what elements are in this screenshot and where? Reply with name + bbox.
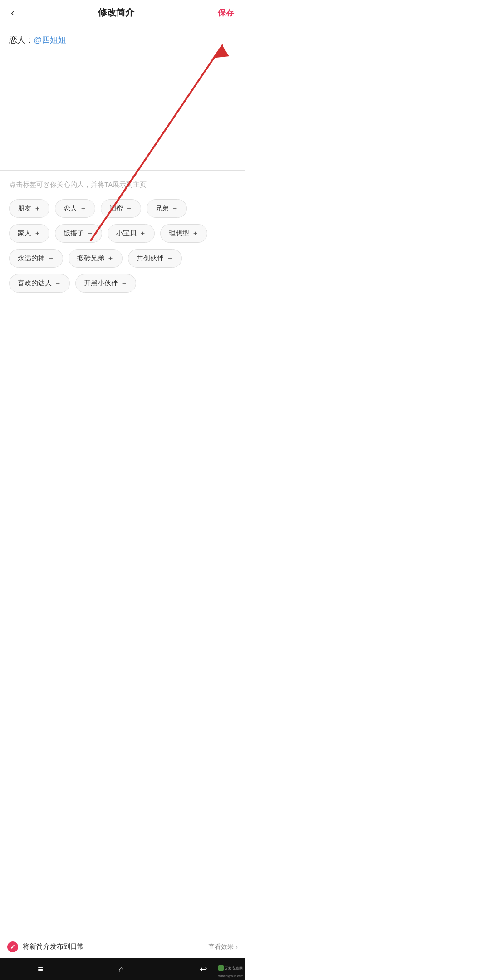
tag-babydear[interactable]: 小宝贝 ＋	[108, 224, 155, 243]
tag-brother-plus: ＋	[172, 204, 178, 213]
tag-mealbuddy-label: 饭搭子	[64, 229, 84, 238]
lover-label: 恋人：	[9, 35, 34, 44]
tag-lover[interactable]: 恋人 ＋	[55, 199, 95, 218]
hint-text: 点击标签可@你关心的人，并将TA展示到主页	[9, 180, 236, 190]
tags-row-2: 家人 ＋ 饭搭子 ＋ 小宝贝 ＋ 理想型 ＋	[9, 224, 236, 243]
bio-content-area: 恋人：@四姐姐	[0, 25, 245, 171]
lover-mention[interactable]: @四姐姐	[34, 35, 66, 44]
tag-idealtype-label: 理想型	[169, 229, 189, 238]
tag-gaming-buddy[interactable]: 开黑小伙伴 ＋	[75, 274, 136, 293]
tag-friend-label: 朋友	[18, 204, 31, 213]
tag-gaming-buddy-label: 开黑小伙伴	[84, 279, 118, 288]
tag-bestie-label: 闺蜜	[109, 204, 123, 213]
page-title: 修改简介	[18, 6, 214, 19]
tags-section: 朋友 ＋ 恋人 ＋ 闺蜜 ＋ 兄弟 ＋ 家人 ＋ 饭搭子 ＋ 小宝贝 ＋	[0, 196, 245, 308]
tag-babydear-plus: ＋	[139, 229, 146, 238]
tag-legend[interactable]: 永远的神 ＋	[9, 249, 63, 268]
navigation-bar: ‹ 修改简介 保存	[0, 0, 245, 25]
tag-cofounder[interactable]: 共创伙伴 ＋	[128, 249, 182, 268]
tag-bestie-plus: ＋	[126, 204, 132, 213]
tags-row-4: 喜欢的达人 ＋ 开黑小伙伴 ＋	[9, 274, 236, 293]
save-button[interactable]: 保存	[214, 4, 238, 22]
tag-mealbuddy[interactable]: 饭搭子 ＋	[55, 224, 102, 243]
tag-brother-label: 兄弟	[155, 204, 169, 213]
tag-family[interactable]: 家人 ＋	[9, 224, 49, 243]
tag-influencer-fan-plus: ＋	[54, 279, 61, 288]
tag-idealtype[interactable]: 理想型 ＋	[160, 224, 207, 243]
tag-brother[interactable]: 兄弟 ＋	[147, 199, 187, 218]
tag-family-label: 家人	[18, 229, 31, 238]
tag-friend[interactable]: 朋友 ＋	[9, 199, 49, 218]
tag-influencer-fan-label: 喜欢的达人	[18, 279, 52, 288]
tag-idealtype-plus: ＋	[192, 229, 199, 238]
tag-cofounder-plus: ＋	[167, 254, 173, 263]
hint-section: 点击标签可@你关心的人，并将TA展示到主页	[0, 171, 245, 196]
back-button[interactable]: ‹	[7, 4, 18, 22]
tag-legend-plus: ＋	[48, 254, 54, 263]
tag-bestie[interactable]: 闺蜜 ＋	[101, 199, 141, 218]
tag-babydear-label: 小宝贝	[116, 229, 137, 238]
tag-influencer-fan[interactable]: 喜欢的达人 ＋	[9, 274, 70, 293]
tag-lover-plus: ＋	[80, 204, 87, 213]
tag-workbro-plus: ＋	[107, 254, 114, 263]
tag-lover-label: 恋人	[64, 204, 77, 213]
tag-gaming-buddy-plus: ＋	[121, 279, 127, 288]
tag-friend-plus: ＋	[34, 204, 41, 213]
tag-workbro[interactable]: 搬砖兄弟 ＋	[69, 249, 122, 268]
lover-line: 恋人：@四姐姐	[9, 34, 236, 45]
tag-workbro-label: 搬砖兄弟	[77, 254, 104, 263]
tag-cofounder-label: 共创伙伴	[137, 254, 164, 263]
tag-family-plus: ＋	[34, 229, 41, 238]
tag-legend-label: 永远的神	[18, 254, 45, 263]
tags-row-1: 朋友 ＋ 恋人 ＋ 闺蜜 ＋ 兄弟 ＋	[9, 199, 236, 218]
tags-row-3: 永远的神 ＋ 搬砖兄弟 ＋ 共创伙伴 ＋	[9, 249, 236, 268]
tag-mealbuddy-plus: ＋	[87, 229, 93, 238]
